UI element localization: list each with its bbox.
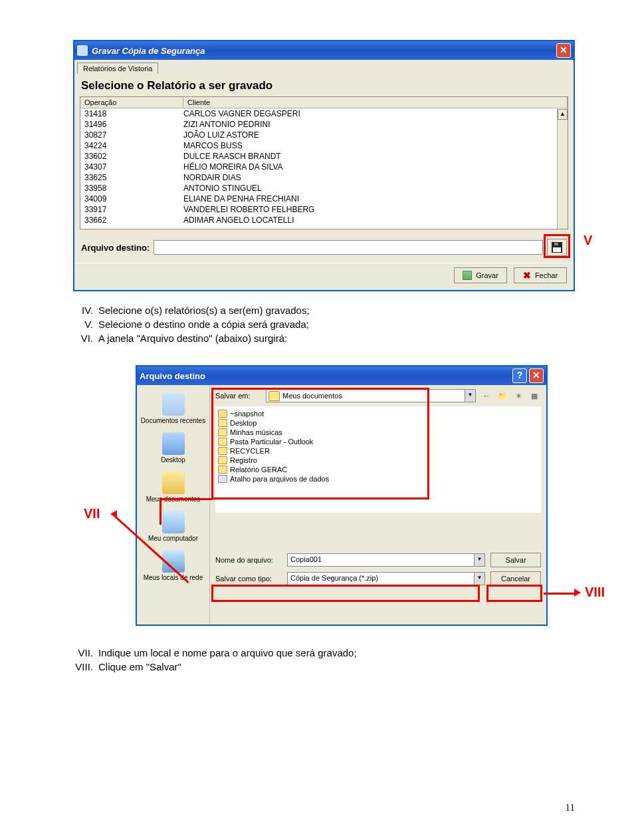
filename-value: Copia001 [290, 555, 322, 563]
cell-op: 34307 [80, 162, 183, 172]
file-item[interactable]: Pasta Particular - Outlook [218, 437, 538, 446]
file-list[interactable]: ~snapshotDesktopMinhas músicasPasta Part… [215, 406, 541, 513]
place-label: Desktop [140, 456, 207, 464]
back-icon[interactable]: ← [480, 389, 493, 402]
file-dialog-close[interactable]: ✕ [529, 368, 544, 383]
filetype-select[interactable]: Cópia de Segurança (*.zip) ▼ [287, 572, 485, 585]
annotation-viii: VIII [585, 585, 605, 600]
instruction-num: VII. [73, 646, 98, 660]
gravar-label: Gravar [476, 271, 498, 279]
place-mydoc[interactable]: Meus documentos [137, 468, 209, 507]
file-item[interactable]: Relatório GERAC [218, 465, 538, 474]
file-main: Salvar em: Meus documentos ▼ ← 📁 ✳ ▦ ~sn… [210, 385, 546, 625]
table-row[interactable]: 33625NORDAIR DIAS [80, 172, 568, 183]
save-button[interactable]: Salvar [490, 553, 541, 567]
file-item[interactable]: Desktop [218, 418, 538, 428]
titlebar: Gravar Cópia de Segurança ✕ [74, 41, 574, 60]
table-row[interactable]: 34224MARCOS BUSS [80, 140, 568, 151]
annotation-v: V [584, 233, 592, 248]
destination-field[interactable] [154, 240, 543, 255]
instruction-item: VIII.Clique em "Salvar" [73, 660, 575, 674]
file-item[interactable]: Atalho para arquivos de dados [218, 474, 538, 484]
file-name: Desktop [230, 419, 257, 427]
cell-op: 33662 [80, 215, 183, 225]
cancel-button[interactable]: Cancelar [490, 571, 541, 586]
cell-cli: HÉLIO MOREIRA DA SILVA [183, 162, 568, 172]
table-row[interactable]: 33958ANTONIO STINGUEL [80, 183, 568, 194]
button-row: Gravar ✖ Fechar [74, 263, 574, 290]
cell-cli: MARCOS BUSS [183, 141, 568, 150]
filename-row: Nome do arquivo: Copia001 ▼ Salvar [215, 553, 541, 567]
cell-op: 33602 [80, 152, 183, 161]
backup-window: Gravar Cópia de Segurança ✕ Relatórios d… [73, 40, 575, 291]
scrollbar[interactable]: ▲ [557, 109, 568, 229]
table-row[interactable]: 30827JOÃO LUIZ ASTORE [80, 130, 568, 140]
instructions-1: IV.Selecione o(s) relatórios(s) a ser(em… [73, 303, 575, 345]
browse-save-button[interactable] [547, 239, 567, 256]
folder-icon [218, 428, 227, 436]
dropdown-icon: ▼ [474, 573, 484, 585]
cell-op: 34224 [80, 141, 183, 150]
table-row[interactable]: 31496ZIZI ANTONIO PEDRINI [80, 119, 568, 130]
file-item[interactable]: Registro [218, 456, 538, 465]
cell-cli: DULCE RAASCH BRANDT [183, 152, 568, 161]
cell-cli: ANTONIO STINGUEL [183, 184, 568, 193]
file-dialog-wrap: Arquivo destino ? ✕ Documentos recentesD… [73, 365, 575, 626]
table-row[interactable]: 34009ELIANE DA PENHA FRECHIANI [80, 194, 568, 204]
instruction-item: VI.A janela "Arquivo destino" (abaixo) s… [73, 331, 575, 345]
instruction-item: IV.Selecione o(s) relatórios(s) a ser(em… [73, 303, 575, 317]
tab-bar: Relatórios de Vistoria [74, 60, 574, 74]
table-row[interactable]: 34307HÉLIO MOREIRA DA SILVA [80, 162, 568, 172]
cell-op: 30827 [80, 130, 183, 140]
table-row[interactable]: 33662ADIMAR ANGELO LOCATELLI [80, 215, 568, 225]
cell-op: 33958 [80, 184, 183, 193]
table-row[interactable]: 33917VANDERLEI ROBERTO FELHBERG [80, 204, 568, 215]
place-label: Meu computador [140, 535, 207, 542]
new-folder-icon[interactable]: ✳ [512, 389, 525, 402]
view-icon[interactable]: ▦ [528, 389, 541, 402]
instruction-item: V.Selecione o destino onde a cópia será … [73, 317, 575, 331]
filename-input[interactable]: Copia001 ▼ [287, 553, 485, 567]
place-label: Meus documentos [140, 495, 207, 503]
places-bar: Documentos recentesDesktopMeus documento… [137, 385, 210, 625]
section-title: Selecione o Relatório a ser gravado [74, 74, 574, 96]
cell-op: 33625 [80, 173, 183, 182]
save-in-select[interactable]: Meus documentos ▼ [266, 389, 476, 402]
filetype-value: Cópia de Segurança (*.zip) [290, 574, 378, 582]
toolbar-icons: ← 📁 ✳ ▦ [480, 389, 541, 402]
close-button[interactable]: ✕ [556, 43, 571, 58]
scroll-up-icon[interactable]: ▲ [558, 109, 568, 120]
file-name: Atalho para arquivos de dados [230, 475, 329, 483]
file-item[interactable]: ~snapshot [218, 409, 538, 418]
help-button[interactable]: ? [512, 368, 527, 383]
place-icon [162, 393, 185, 416]
up-icon[interactable]: 📁 [496, 389, 509, 402]
place-label: Documentos recentes [140, 417, 207, 424]
cell-op: 34009 [80, 194, 183, 204]
file-item[interactable]: Minhas músicas [218, 428, 538, 437]
col-operacao[interactable]: Operação [80, 97, 183, 108]
table-row[interactable]: 33602DULCE RAASCH BRANDT [80, 151, 568, 162]
file-item[interactable]: RECYCLER [218, 446, 538, 456]
tab-relatorios[interactable]: Relatórios de Vistoria [77, 63, 158, 74]
place-netw[interactable]: Meus locais de rede [137, 546, 209, 585]
folder-icon [218, 410, 227, 418]
place-desk[interactable]: Desktop [137, 428, 209, 468]
cell-cli: ELIANE DA PENHA FRECHIANI [183, 194, 568, 204]
cell-op: 31418 [80, 109, 183, 118]
col-cliente[interactable]: Cliente [183, 97, 568, 108]
report-grid[interactable]: Operação Cliente 31418CARLOS VAGNER DEGA… [80, 96, 568, 229]
file-name: Registro [230, 456, 257, 464]
place-mycomp[interactable]: Meu computador [137, 507, 209, 546]
place-icon [162, 432, 185, 455]
place-icon [162, 550, 185, 573]
page-number: 11 [566, 802, 575, 813]
gravar-button[interactable]: Gravar [454, 267, 507, 283]
folder-icon [218, 419, 227, 427]
close-x-icon: ✖ [523, 270, 531, 281]
fechar-button[interactable]: ✖ Fechar [514, 267, 567, 283]
instruction-num: IV. [73, 303, 98, 317]
table-row[interactable]: 31418CARLOS VAGNER DEGASPERI [80, 108, 568, 119]
place-recent[interactable]: Documentos recentes [137, 389, 209, 428]
file-name: RECYCLER [230, 447, 270, 455]
